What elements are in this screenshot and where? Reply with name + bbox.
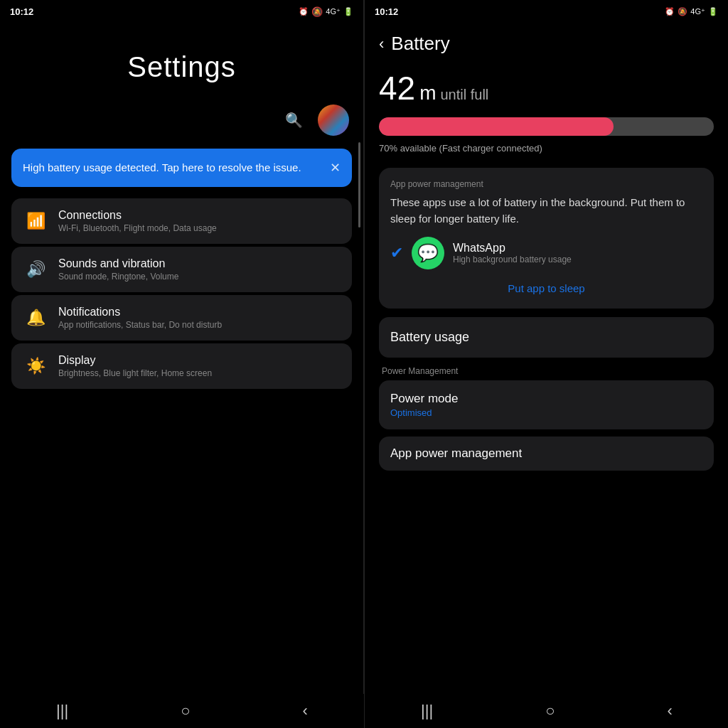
search-avatar-row: 🔍 xyxy=(0,97,363,143)
notifications-title: Notifications xyxy=(58,306,222,318)
status-time-left: 10:12 xyxy=(10,6,33,17)
display-subtitle: Brightness, Blue light filter, Home scre… xyxy=(58,368,212,378)
app-power-section-label: App power management xyxy=(390,179,702,189)
alarm-icon-right: ⏰ xyxy=(665,7,675,16)
status-bar-left: 10:12 ⏰ 🔕 4G⁺ 🔋 xyxy=(0,0,363,23)
whatsapp-check-icon[interactable]: ✔ xyxy=(390,244,403,262)
back-button-left[interactable]: ‹ xyxy=(303,702,308,720)
battery-icon-right: 🔋 xyxy=(708,7,718,16)
battery-usage-label: Battery usage xyxy=(390,330,469,344)
battery-bar-container xyxy=(379,117,714,136)
search-button[interactable]: 🔍 xyxy=(279,106,308,134)
power-mode-card[interactable]: Power mode Optimised xyxy=(379,380,714,429)
back-button-right-nav[interactable]: ‹ xyxy=(668,702,673,720)
connections-icon: 📶 xyxy=(23,208,48,234)
display-title: Display xyxy=(58,354,212,367)
whatsapp-name: WhatsApp xyxy=(453,242,572,255)
right-panel: 10:12 ⏰ 🔕 4G⁺ 🔋 ‹ Battery 42 m until ful… xyxy=(365,0,728,728)
battery-time-unit: m xyxy=(419,82,436,105)
settings-item-sounds[interactable]: 🔊 Sounds and vibration Sound mode, Ringt… xyxy=(11,247,352,292)
put-app-to-sleep-button[interactable]: Put app to sleep xyxy=(390,279,702,297)
status-icons-right: ⏰ 🔕 4G⁺ 🔋 xyxy=(665,7,718,16)
bottom-nav-left: ||| ○ ‹ xyxy=(0,694,364,728)
connections-text: Connections Wi-Fi, Bluetooth, Flight mod… xyxy=(58,209,217,233)
power-mode-value: Optimised xyxy=(390,407,702,418)
battery-usage-button[interactable]: Battery usage xyxy=(379,317,714,358)
settings-list: 📶 Connections Wi-Fi, Bluetooth, Flight m… xyxy=(0,193,363,395)
avatar[interactable] xyxy=(318,105,349,136)
settings-title-area: Settings xyxy=(0,23,363,97)
connections-title: Connections xyxy=(58,209,217,222)
settings-item-notifications[interactable]: 🔔 Notifications App notifications, Statu… xyxy=(11,295,352,341)
notifications-subtitle: App notifications, Status bar, Do not di… xyxy=(58,320,222,330)
app-power-description: These apps use a lot of battery in the b… xyxy=(390,195,702,227)
home-button[interactable]: ○ xyxy=(181,702,190,720)
sounds-icon: 🔊 xyxy=(23,257,48,282)
power-mgmt-section-label: Power Management xyxy=(379,366,714,376)
power-management-section: Power Management Power mode Optimised Ap… xyxy=(379,366,714,471)
whatsapp-desc: High background battery usage xyxy=(453,255,572,264)
power-mode-title: Power mode xyxy=(390,392,702,406)
whatsapp-info: WhatsApp High background battery usage xyxy=(453,242,572,264)
left-panel: 10:12 ⏰ 🔕 4G⁺ 🔋 Settings 🔍 High battery … xyxy=(0,0,363,728)
whatsapp-logo: 💬 xyxy=(412,237,444,269)
app-power-mgmt-2-card[interactable]: App power management xyxy=(379,437,714,471)
battery-time-label: until full xyxy=(441,87,489,103)
mute-icon: 🔕 xyxy=(311,6,323,17)
home-button-right[interactable]: ○ xyxy=(545,702,555,720)
notification-banner[interactable]: High battery usage detected. Tap here to… xyxy=(11,149,352,187)
battery-time-row: 42 m until full xyxy=(379,69,714,107)
app-power-mgmt-card: App power management These apps use a lo… xyxy=(379,168,714,309)
sounds-text: Sounds and vibration Sound mode, Rington… xyxy=(58,257,178,282)
status-bar-right: 10:12 ⏰ 🔕 4G⁺ 🔋 xyxy=(365,0,728,23)
status-icons-left: ⏰ 🔕 4G⁺ 🔋 xyxy=(299,6,353,17)
notifications-text: Notifications App notifications, Status … xyxy=(58,306,222,330)
battery-availability: 70% available (Fast charger connected) xyxy=(379,143,714,154)
signal-icon-right: 4G⁺ xyxy=(690,7,705,16)
whatsapp-row: ✔ 💬 WhatsApp High background battery usa… xyxy=(390,237,702,269)
signal-icon: 4G⁺ xyxy=(326,7,341,16)
status-time-right: 10:12 xyxy=(375,6,398,17)
whatsapp-icon: 💬 xyxy=(417,243,439,263)
sounds-title: Sounds and vibration xyxy=(58,257,178,270)
alarm-icon: ⏰ xyxy=(299,7,309,16)
search-icon: 🔍 xyxy=(285,112,303,129)
sounds-subtitle: Sound mode, Ringtone, Volume xyxy=(58,272,178,282)
recent-apps-button[interactable]: ||| xyxy=(56,702,68,720)
battery-bar-fill xyxy=(379,117,614,136)
display-text: Display Brightness, Blue light filter, H… xyxy=(58,354,212,378)
battery-page-title: Battery xyxy=(391,33,449,55)
battery-header: ‹ Battery xyxy=(365,23,728,62)
battery-time-value: 42 xyxy=(379,69,415,107)
mute-icon-right: 🔕 xyxy=(678,7,687,16)
battery-icon-left: 🔋 xyxy=(343,7,353,16)
scroll-indicator xyxy=(358,142,360,228)
settings-title: Settings xyxy=(127,51,236,83)
back-button-right[interactable]: ‹ xyxy=(379,35,384,53)
close-notification-button[interactable]: ✕ xyxy=(323,160,341,176)
app-power-mgmt-2-title: App power management xyxy=(390,446,522,460)
bottom-nav-right: ||| ○ ‹ xyxy=(365,694,728,728)
notification-text: High battery usage detected. Tap here to… xyxy=(23,160,323,175)
settings-item-display[interactable]: ☀️ Display Brightness, Blue light filter… xyxy=(11,343,352,389)
display-icon: ☀️ xyxy=(23,353,48,379)
recent-apps-button-right[interactable]: ||| xyxy=(421,702,433,720)
battery-content: 42 m until full 70% available (Fast char… xyxy=(365,62,728,728)
settings-item-connections[interactable]: 📶 Connections Wi-Fi, Bluetooth, Flight m… xyxy=(11,198,352,244)
connections-subtitle: Wi-Fi, Bluetooth, Flight mode, Data usag… xyxy=(58,223,217,233)
notifications-icon: 🔔 xyxy=(23,305,48,331)
